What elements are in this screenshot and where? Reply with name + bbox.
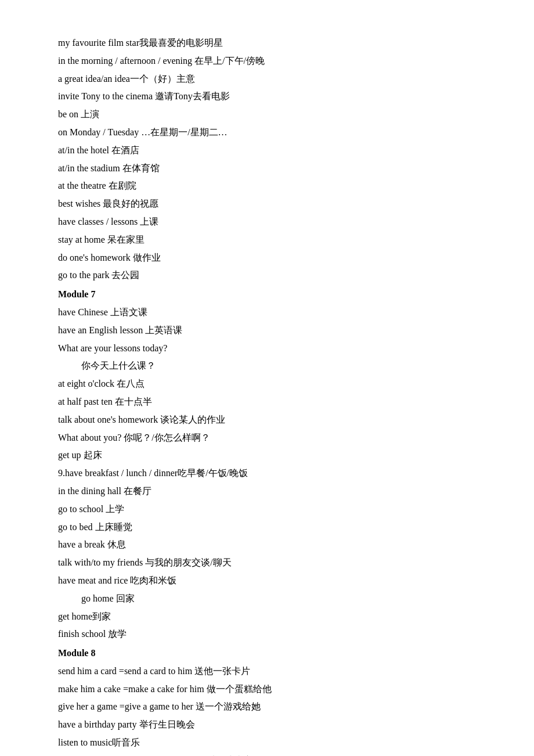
list-item: go to the park 去公园 (58, 267, 476, 284)
list-item: in the dining hall 在餐厅 (58, 483, 476, 500)
list-item: give her a game =give a game to her 送一个游… (58, 699, 476, 715)
list-item: finish school 放学 (58, 626, 476, 643)
main-content: my favourite film star我最喜爱的电影明星 in the m… (58, 35, 476, 756)
module8-title: Module 8 (58, 645, 476, 662)
list-item: a great idea/an idea一个（好）主意 (58, 71, 476, 88)
list-item: at/in the stadium 在体育馆 (58, 160, 476, 177)
module7-title: Module 7 (58, 286, 476, 303)
module6-items: my favourite film star我最喜爱的电影明星 in the m… (58, 35, 476, 284)
list-sub-item: go home 回家 (81, 591, 476, 607)
list-item: at the theatre 在剧院 (58, 178, 476, 195)
list-item: have an English lesson 上英语课 (58, 322, 476, 339)
list-item: invite Tony to the cinema 邀请Tony去看电影 (58, 88, 476, 105)
list-item: stay at home 呆在家里 (58, 232, 476, 249)
list-item: on Monday / Tuesday …在星期一/星期二… (58, 124, 476, 141)
list-item: talk with/to my friends 与我的朋友交谈/聊天 (58, 555, 476, 571)
list-item: listen to music听音乐 (58, 735, 476, 751)
list-item: be on 上演 (58, 106, 476, 123)
list-item: 9.have breakfast / lunch / dinner吃早餐/午饭/… (58, 465, 476, 482)
list-item: get up 起床 (58, 447, 476, 464)
list-item: have Chinese 上语文课 (58, 304, 476, 321)
module8-items: send him a card =send a card to him 送他一张… (58, 663, 476, 756)
list-item: go to school 上学 (58, 501, 476, 518)
list-item: have a break 休息 (58, 537, 476, 553)
list-item: make him a cake =make a cake for him 做一个… (58, 681, 476, 698)
module7-items: have Chinese 上语文课 have an English lesson… (58, 304, 476, 643)
list-item: my favourite film star我最喜爱的电影明星 (58, 35, 476, 52)
list-item: in the morning / afternoon / evening 在早上… (58, 53, 476, 70)
list-item: at eight o'clock 在八点 (58, 376, 476, 393)
list-item: go to bed 上床睡觉 (58, 519, 476, 536)
list-item: best wishes 最良好的祝愿 (58, 196, 476, 213)
list-item: have classes / lessons 上课 (58, 214, 476, 231)
list-item: have a birthday party 举行生日晚会 (58, 717, 476, 733)
list-item: watch football =watch a football match 看… (58, 753, 476, 756)
list-item: get home到家 (58, 609, 476, 625)
list-item: What are your lessons today? (58, 340, 476, 357)
list-item: at half past ten 在十点半 (58, 394, 476, 411)
list-item: have meat and rice 吃肉和米饭 (58, 573, 476, 589)
list-item: do one's homework 做作业 (58, 250, 476, 267)
list-item: at/in the hotel 在酒店 (58, 142, 476, 159)
list-sub-item: 你今天上什么课？ (81, 358, 476, 375)
list-item: send him a card =send a card to him 送他一张… (58, 663, 476, 680)
list-item: What about you? 你呢？/你怎么样啊？ (58, 430, 476, 447)
list-item: talk about one's homework 谈论某人的作业 (58, 412, 476, 429)
